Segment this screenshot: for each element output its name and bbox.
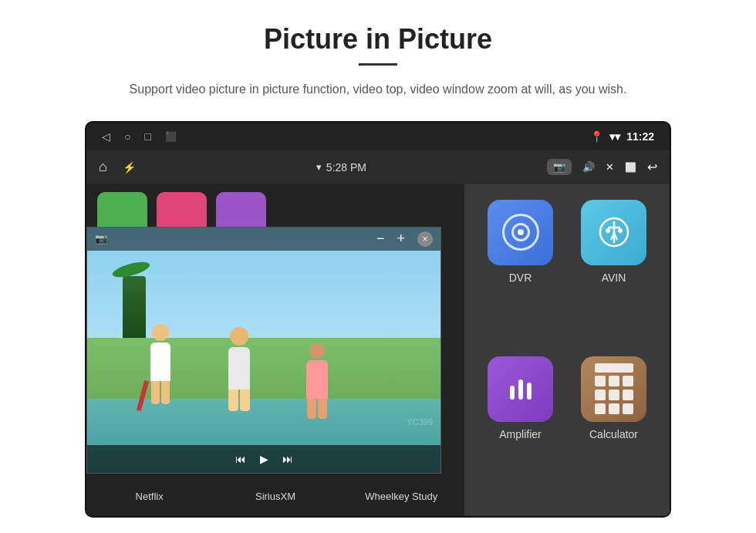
pip-play-button[interactable]: ▶	[260, 453, 268, 465]
pip-close-button[interactable]: ×	[417, 231, 433, 247]
nav-recent-icon[interactable]: □	[144, 130, 150, 143]
dvr-circle	[502, 214, 539, 251]
location-icon: 📍	[590, 130, 603, 143]
amp-svg	[504, 372, 538, 406]
pip-controls: − + ×	[376, 231, 433, 247]
dvr-dot	[518, 229, 524, 235]
time-display: 11:22	[626, 130, 654, 143]
pip-top-bar: 📷 − + ×	[87, 228, 440, 251]
person-3	[306, 343, 328, 419]
svg-rect-8	[518, 380, 523, 400]
wifi-icon: ▾▾	[609, 130, 620, 143]
calc-btn-8	[609, 403, 619, 414]
status-icons: 📍 ▾▾ 11:22	[590, 130, 654, 143]
dvr-app-icon	[488, 200, 553, 265]
netflix-label: Netflix	[86, 491, 212, 502]
person-2	[228, 327, 250, 411]
svg-point-4	[618, 228, 623, 233]
nav-download-icon[interactable]: ⬛	[165, 131, 177, 142]
back-icon[interactable]: ↩	[647, 160, 657, 174]
avin-svg	[597, 215, 631, 249]
amplifier-label: Amplifier	[499, 428, 541, 440]
nav-back-icon[interactable]: ◁	[102, 130, 110, 143]
tree-1	[123, 276, 146, 338]
calc-btn-9	[623, 403, 633, 414]
calc-btn-5	[609, 390, 619, 400]
calc-app-icon	[581, 356, 646, 422]
calc-btn-6	[623, 390, 633, 400]
calculator-label: Calculator	[589, 428, 638, 440]
amp-app-icon	[488, 356, 553, 422]
svg-rect-9	[527, 383, 532, 400]
page-title: Picture in Picture	[264, 23, 492, 56]
svg-rect-7	[510, 386, 515, 400]
svg-point-3	[606, 228, 610, 233]
pip-prev-button[interactable]: ⏮	[235, 453, 246, 465]
pip-minus-button[interactable]: −	[376, 231, 385, 247]
pip-bottom-bar: ⏮ ▶ ⏭	[87, 445, 440, 473]
app-cell-avin[interactable]: AVIN	[573, 200, 654, 344]
wifi-signal-icon: ▾	[316, 161, 322, 173]
video-area: 📷 − + ×	[86, 184, 464, 516]
pip-window[interactable]: 📷 − + ×	[86, 227, 441, 474]
status-bar: ◁ ○ □ ⬛ 📍 ▾▾ 11:22	[86, 123, 670, 150]
dvr-label: DVR	[509, 272, 532, 284]
video-scene	[87, 228, 440, 473]
app-cell-amplifier[interactable]: Amplifier	[480, 356, 561, 501]
apps-grid: DVR AVIN	[464, 184, 670, 516]
window-icon[interactable]: ⬜	[625, 162, 636, 173]
device-frame: ◁ ○ □ ⬛ 📍 ▾▾ 11:22 ⌂ ⚡ ▾ 5:28 PM 📷 🔊 ✕ ⬜	[85, 121, 671, 518]
action-bar-center: ▾ 5:28 PM	[316, 161, 366, 174]
nav-buttons: ◁ ○ □ ⬛	[102, 130, 177, 143]
app-cell-calculator[interactable]: Calculator	[573, 356, 654, 501]
siriusxm-label: SiriusXM	[212, 491, 338, 502]
wheelkey-label: Wheelkey Study	[339, 491, 464, 502]
calc-btn-2	[609, 376, 619, 386]
calc-btn-7	[595, 403, 606, 414]
home-icon[interactable]: ⌂	[99, 159, 107, 175]
pip-plus-button[interactable]: +	[397, 231, 405, 247]
calc-btn-4	[595, 390, 606, 400]
camera-button[interactable]: 📷	[547, 159, 572, 175]
close-icon[interactable]: ✕	[606, 161, 614, 173]
camera-icon: 📷	[553, 161, 565, 173]
calc-btn-3	[623, 376, 633, 386]
calc-display	[595, 363, 633, 373]
volume-icon[interactable]: 🔊	[582, 161, 595, 173]
time-text: 5:28 PM	[326, 161, 366, 174]
main-content: 📷 − + ×	[86, 184, 670, 516]
avin-label: AVIN	[602, 272, 626, 284]
action-bar: ⌂ ⚡ ▾ 5:28 PM 📷 🔊 ✕ ⬜ ↩	[86, 150, 670, 184]
nav-home-icon[interactable]: ○	[124, 130, 130, 143]
usb-icon: ⚡	[123, 161, 136, 174]
dvr-inner	[511, 223, 530, 241]
app-cell-dvr[interactable]: DVR	[480, 200, 561, 344]
person-1	[150, 324, 170, 404]
title-divider	[359, 63, 397, 66]
avin-app-icon	[581, 200, 646, 265]
action-bar-left: ⌂ ⚡	[99, 159, 136, 175]
calc-btn-1	[595, 376, 606, 386]
calc-grid	[590, 359, 638, 419]
pip-camera-icon: 📷	[95, 233, 107, 245]
watermark: YC399	[407, 417, 433, 427]
pip-next-button[interactable]: ⏭	[282, 453, 293, 465]
action-bar-right: 📷 🔊 ✕ ⬜ ↩	[547, 159, 657, 175]
page-subtitle: Support video picture in picture functio…	[130, 79, 627, 100]
app-labels-row: Netflix SiriusXM Wheelkey Study	[86, 477, 464, 516]
